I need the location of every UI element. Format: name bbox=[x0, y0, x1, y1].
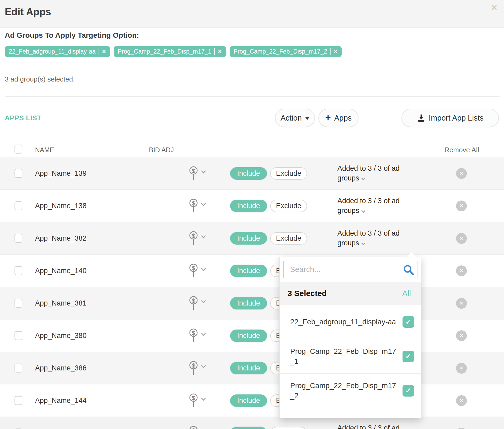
include-button[interactable]: Include bbox=[230, 265, 267, 277]
include-button[interactable]: Include bbox=[230, 297, 267, 309]
modal-header: Edit Apps ✕ bbox=[0, 0, 504, 28]
bid-adjust-control[interactable]: $ bbox=[188, 198, 206, 213]
exclude-button[interactable]: Exclude bbox=[270, 427, 307, 429]
row-checkbox[interactable] bbox=[14, 331, 22, 340]
row-checkbox[interactable] bbox=[14, 201, 22, 210]
dropdown-search bbox=[283, 261, 418, 278]
row-checkbox[interactable] bbox=[14, 396, 22, 405]
ad-group-tag: Prog_Camp_22_Feb_Disp_m17_2 ✕ bbox=[230, 46, 342, 57]
include-button[interactable]: Include bbox=[230, 330, 267, 342]
bid-adjust-control[interactable]: $ bbox=[188, 166, 206, 181]
bid-adjust-control[interactable]: $ bbox=[188, 393, 206, 408]
include-button[interactable]: Include bbox=[230, 200, 267, 212]
chevron-down-icon bbox=[201, 332, 206, 336]
ad-groups-label: Ad Groups To Apply Targeting Option: bbox=[5, 31, 139, 40]
bid-dollar-icon: $ bbox=[188, 425, 199, 429]
column-header-remove-all[interactable]: Remove All bbox=[444, 146, 479, 154]
added-to-groups-text: Added to 3 / 3 of ad groups bbox=[337, 424, 400, 429]
bid-dollar-icon: $ bbox=[188, 231, 199, 246]
remove-icon[interactable]: ✕ bbox=[456, 265, 467, 276]
search-input[interactable] bbox=[283, 261, 418, 278]
close-icon[interactable]: ✕ bbox=[491, 3, 498, 13]
select-all-checkbox[interactable] bbox=[14, 145, 22, 154]
row-checkbox[interactable] bbox=[14, 266, 22, 275]
edit-apps-modal: Edit Apps ✕ Ad Groups To Apply Targeting… bbox=[0, 0, 504, 429]
dropdown-item[interactable]: Prog_Camp_22_Feb_Disp_m17_1 ✓ bbox=[280, 339, 421, 373]
action-button[interactable]: Action bbox=[275, 109, 315, 127]
include-button[interactable]: Include bbox=[230, 427, 267, 429]
table-row: App_Name_140 $ Include Exclude Added to … bbox=[0, 254, 504, 287]
checked-checkbox-icon[interactable]: ✓ bbox=[403, 385, 414, 397]
checked-checkbox-icon[interactable]: ✓ bbox=[403, 351, 414, 362]
add-apps-button[interactable]: + Apps bbox=[318, 109, 358, 127]
tag-remove-icon[interactable]: ✕ bbox=[333, 49, 338, 55]
bid-adjust-control[interactable]: $ bbox=[188, 295, 206, 311]
selection-summary-bar: 3 Selected All bbox=[280, 282, 421, 305]
remove-icon[interactable]: ✕ bbox=[456, 201, 467, 211]
bid-adjust-control[interactable]: $ bbox=[188, 425, 206, 429]
added-to-groups-trigger[interactable]: Added to 3 / 3 of ad groups bbox=[337, 164, 410, 183]
chevron-down-icon bbox=[361, 209, 365, 213]
dropdown-item[interactable]: 22_Feb_adgroup_11_display-aa ✓ bbox=[280, 305, 421, 339]
table-row: App_Name_144 $ Include Exclude Added to … bbox=[0, 384, 504, 417]
row-checkbox[interactable] bbox=[14, 234, 22, 243]
selected-count: 3 Selected bbox=[288, 289, 327, 298]
ad-group-tag: 22_Feb_adgroup_11_display-aa ✕ bbox=[5, 46, 110, 57]
bid-adjust-control[interactable]: $ bbox=[188, 231, 206, 246]
app-name: App_Name_138 bbox=[35, 190, 86, 222]
added-to-groups-trigger[interactable]: Added to 3 / 3 of ad groups bbox=[337, 196, 410, 216]
include-button[interactable]: Include bbox=[230, 394, 267, 407]
table-header: NAME BID ADJ Remove All bbox=[0, 141, 504, 157]
import-app-lists-button[interactable]: Import App Lists bbox=[401, 109, 499, 127]
table-row: $ Include Exclude Added to 3 / 3 of ad g… bbox=[0, 417, 504, 429]
table-row: App_Name_381 $ Include Exclude Added to … bbox=[0, 287, 504, 319]
app-name: App_Name_140 bbox=[35, 255, 86, 287]
bid-dollar-icon: $ bbox=[188, 360, 199, 376]
ad-groups-dropdown: 3 Selected All 22_Feb_adgroup_11_display… bbox=[279, 257, 421, 418]
row-checkbox[interactable] bbox=[14, 364, 22, 373]
ad-group-tag-label: 22_Feb_adgroup_11_display-aa bbox=[9, 48, 96, 55]
tag-remove-icon[interactable]: ✕ bbox=[102, 49, 106, 55]
remove-icon[interactable]: ✕ bbox=[456, 395, 467, 406]
add-apps-button-label: Apps bbox=[334, 114, 352, 122]
bid-dollar-icon: $ bbox=[188, 393, 199, 408]
chevron-down-icon bbox=[361, 176, 365, 180]
remove-icon[interactable]: ✕ bbox=[456, 330, 467, 341]
tag-separator bbox=[214, 48, 215, 55]
svg-text:$: $ bbox=[192, 200, 195, 207]
checked-checkbox-icon[interactable]: ✓ bbox=[403, 316, 414, 328]
exclude-button[interactable]: Exclude bbox=[270, 167, 307, 180]
app-name: App_Name_139 bbox=[35, 157, 86, 189]
include-button[interactable]: Include bbox=[230, 167, 267, 180]
app-name: App_Name_144 bbox=[35, 384, 86, 417]
download-icon bbox=[417, 114, 425, 122]
remove-icon[interactable]: ✕ bbox=[456, 363, 467, 374]
select-all-link[interactable]: All bbox=[402, 289, 411, 298]
import-button-label: Import App Lists bbox=[429, 114, 484, 122]
include-button[interactable]: Include bbox=[230, 362, 267, 374]
dropdown-item[interactable]: Prog_Camp_22_Feb_Disp_m17_2 ✓ bbox=[280, 373, 421, 408]
table-row: App_Name_380 $ Include Exclude Added to … bbox=[0, 319, 504, 352]
remove-icon[interactable]: ✕ bbox=[456, 428, 467, 429]
row-checkbox[interactable] bbox=[14, 169, 22, 178]
bid-adjust-control[interactable]: $ bbox=[188, 263, 206, 278]
bid-adjust-control[interactable]: $ bbox=[188, 360, 206, 376]
exclude-button[interactable]: Exclude bbox=[270, 200, 307, 212]
added-to-groups-trigger[interactable]: Added to 3 / 3 of ad groups bbox=[337, 423, 410, 429]
exclude-button[interactable]: Exclude bbox=[270, 232, 307, 245]
remove-icon[interactable]: ✕ bbox=[456, 233, 467, 244]
remove-icon[interactable]: ✕ bbox=[456, 168, 467, 179]
chevron-down-icon bbox=[201, 268, 206, 271]
remove-icon[interactable]: ✕ bbox=[456, 298, 467, 309]
bid-adjust-control[interactable]: $ bbox=[188, 328, 206, 343]
tag-separator bbox=[99, 48, 99, 55]
tag-separator bbox=[330, 48, 331, 55]
svg-text:$: $ bbox=[192, 362, 195, 369]
page-title: Edit Apps bbox=[5, 6, 51, 18]
bid-dollar-icon: $ bbox=[188, 263, 199, 278]
column-header-name: NAME bbox=[35, 146, 54, 154]
added-to-groups-trigger[interactable]: Added to 3 / 3 of ad groups bbox=[337, 228, 410, 248]
row-checkbox[interactable] bbox=[14, 299, 22, 308]
include-button[interactable]: Include bbox=[230, 232, 267, 245]
tag-remove-icon[interactable]: ✕ bbox=[218, 49, 222, 55]
